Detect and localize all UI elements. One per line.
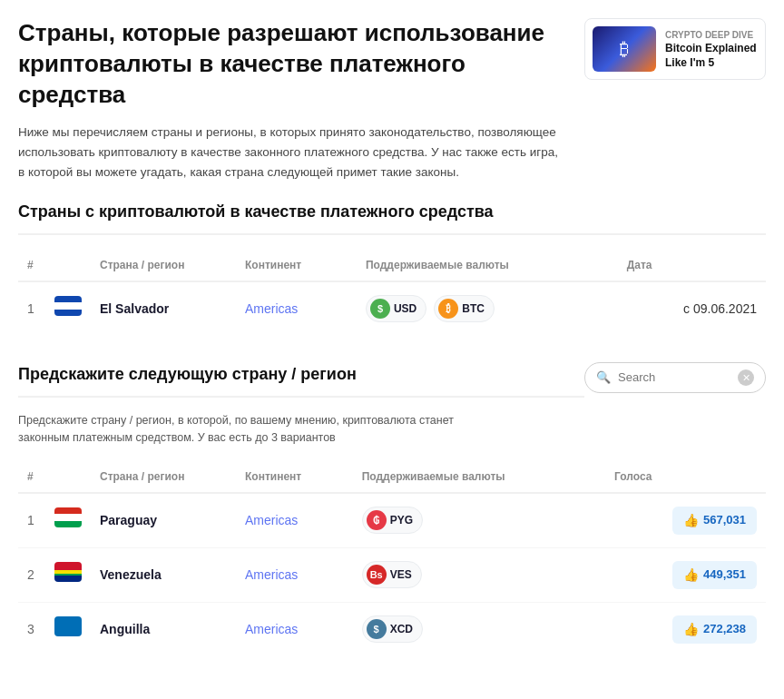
predict-title-block: Предскажите следующую страну / регион Пр… [18, 362, 584, 447]
row-currencies: Bs VES [353, 547, 605, 602]
col-continent-header: Континент [236, 250, 357, 281]
main-title: Страны, которые разрешают использование … [18, 18, 566, 110]
pred-col-votes-header: Голоса [605, 461, 766, 493]
row-country: Anguilla [91, 602, 236, 656]
col-date-header: Дата [618, 250, 766, 281]
row-currencies: $ XCD [353, 602, 605, 656]
predict-section: Предскажите следующую страну / регион Пр… [18, 362, 766, 656]
thumbup-icon: 👍 [683, 566, 699, 585]
row-continent: Americas [236, 281, 357, 335]
table-row: 1 Paraguay Americas ₲ PYG [18, 493, 766, 548]
flag-venezuela [54, 562, 82, 582]
pred-col-flag-header [45, 461, 91, 493]
table-row: 1 El Salvador Americas $ USD [18, 281, 766, 335]
legal-table-section: Страны с криптовалютой в качестве платеж… [18, 200, 766, 335]
row-continent: Americas [236, 547, 353, 602]
pred-col-num-header: # [18, 461, 45, 493]
xcd-badge: $ XCD [362, 615, 423, 643]
search-clear-button[interactable]: ✕ [738, 369, 754, 386]
pyg-icon: ₲ [367, 510, 387, 530]
legal-table-head: # Страна / регион Континент Поддерживаем… [18, 250, 766, 281]
legal-table-header-row: # Страна / регион Континент Поддерживаем… [18, 250, 766, 281]
thumbup-icon: 👍 [683, 511, 699, 530]
currencies-row: ₲ PYG [362, 507, 596, 534]
legal-table: # Страна / регион Континент Поддерживаем… [18, 250, 766, 335]
row-votes: 👍 272,238 [605, 602, 766, 656]
predict-table: # Страна / регион Континент Поддерживаем… [18, 461, 766, 656]
predict-section-header: Предскажите следующую страну / регион [18, 362, 584, 398]
row-num: 1 [18, 493, 45, 548]
votes-badge: 👍 272,238 [672, 615, 757, 644]
row-num: 1 [18, 281, 45, 335]
side-card-content: Crypto Deep Dive Bitcoin Explained Like … [665, 28, 758, 70]
row-votes: 👍 567,031 [605, 493, 766, 548]
row-flag [45, 547, 91, 602]
usd-badge: $ USD [366, 295, 426, 322]
btc-badge: ₿ BTC [434, 295, 495, 322]
row-country: Paraguay [91, 493, 236, 548]
predict-description: Предскажите страну / регион, в которой, … [18, 412, 472, 447]
side-card[interactable]: ₿ Crypto Deep Dive Bitcoin Explained Lik… [584, 18, 766, 80]
row-country: El Salvador [91, 281, 236, 335]
row-country: Venezuela [91, 547, 236, 602]
col-num-header: # [18, 250, 45, 281]
row-flag [45, 602, 91, 656]
search-icon: 🔍 [596, 369, 611, 387]
side-card-label: Crypto Deep Dive [665, 28, 758, 42]
votes-count: 449,351 [703, 566, 746, 584]
legal-section-header: Страны с криптовалютой в качестве платеж… [18, 200, 766, 235]
side-card-title: Bitcoin Explained Like I'm 5 [665, 42, 758, 70]
usd-icon: $ [370, 299, 390, 319]
row-currencies: $ USD ₿ BTC [357, 281, 618, 335]
table-row: 2 Venezuela Americas Bs VES [18, 547, 766, 602]
row-continent: Americas [236, 493, 353, 548]
side-card-image: ₿ [593, 26, 656, 72]
legal-table-body: 1 El Salvador Americas $ USD [18, 281, 766, 335]
row-votes: 👍 449,351 [605, 547, 766, 602]
col-country-header: Страна / регион [91, 250, 236, 281]
row-currencies: ₲ PYG [353, 493, 605, 548]
row-continent: Americas [236, 602, 353, 656]
currencies-row: $ XCD [362, 615, 596, 643]
page-container: Страны, которые разрешают использование … [0, 0, 784, 684]
ves-badge: Bs VES [362, 561, 422, 588]
pred-col-country-header: Страна / регион [91, 461, 236, 493]
flag-el-salvador [54, 296, 82, 316]
pyg-badge: ₲ PYG [362, 507, 423, 534]
ves-icon: Bs [367, 565, 387, 585]
flag-anguilla [54, 616, 82, 636]
predict-table-header-row: # Страна / регион Континент Поддерживаем… [18, 461, 766, 493]
currencies-row: Bs VES [362, 561, 596, 588]
row-num: 3 [18, 602, 45, 656]
table-row: 3 Anguilla Americas $ XCD [18, 602, 766, 656]
votes-count: 567,031 [703, 511, 746, 529]
row-flag [45, 281, 91, 335]
thumbup-icon: 👍 [683, 620, 699, 639]
predict-table-body: 1 Paraguay Americas ₲ PYG [18, 493, 766, 656]
top-section: Страны, которые разрешают использование … [18, 18, 766, 182]
pred-col-currencies-header: Поддерживаемые валюты [353, 461, 605, 493]
btc-icon: ₿ [438, 299, 458, 319]
row-num: 2 [18, 547, 45, 602]
predict-table-head: # Страна / регион Континент Поддерживаем… [18, 461, 766, 493]
search-input[interactable] [618, 370, 730, 384]
col-flag-header [45, 250, 91, 281]
bitcoin-image-icon: ₿ [620, 35, 629, 63]
main-description: Ниже мы перечисляем страны и регионы, в … [18, 123, 566, 182]
col-currencies-header: Поддерживаемые валюты [357, 250, 618, 281]
main-title-block: Страны, которые разрешают использование … [18, 18, 566, 182]
currencies-row: $ USD ₿ BTC [366, 295, 609, 322]
votes-count: 272,238 [703, 620, 746, 638]
predict-header-row: Предскажите следующую страну / регион Пр… [18, 362, 766, 447]
xcd-icon: $ [367, 619, 387, 639]
pred-col-continent-header: Континент [236, 461, 353, 493]
flag-paraguay [54, 507, 82, 527]
row-flag [45, 493, 91, 548]
votes-badge: 👍 449,351 [672, 561, 757, 589]
votes-badge: 👍 567,031 [672, 507, 757, 535]
search-box[interactable]: 🔍 ✕ [584, 362, 766, 393]
row-date: с 09.06.2021 [618, 281, 766, 335]
